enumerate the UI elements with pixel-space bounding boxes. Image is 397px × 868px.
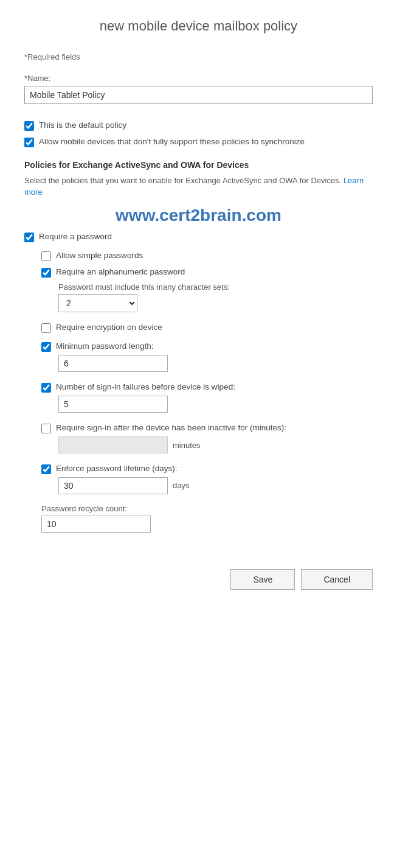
require-sign-in-checkbox[interactable]: [41, 424, 51, 433]
page-title: new mobile device mailbox policy: [24, 18, 373, 34]
min-length-row: Minimum password length:: [41, 341, 373, 352]
require-sign-in-input-group: minutes: [41, 436, 201, 453]
enforce-lifetime-checkbox[interactable]: [41, 464, 51, 474]
recycle-count-label: Password recycle count:: [41, 504, 373, 513]
sign-in-failures-input[interactable]: [58, 396, 168, 413]
watermark: www.cert2brain.com: [24, 206, 373, 225]
sign-in-failures-label[interactable]: Number of sign-in failures before device…: [56, 382, 235, 393]
save-button[interactable]: Save: [230, 569, 295, 590]
char-sets-select[interactable]: 1 2 3 4: [58, 294, 137, 312]
allow-simple-checkbox[interactable]: [41, 251, 51, 261]
char-sets-group: Password must include this many characte…: [41, 282, 373, 312]
policies-section-heading-area: Policies for Exchange ActiveSync and OWA…: [24, 160, 373, 198]
allow-unsupported-row: Allow mobile devices that don't fully su…: [24, 136, 373, 148]
sign-in-failures-input-group: [41, 396, 373, 413]
password-sub-options: Allow simple passwords Require an alphan…: [24, 250, 373, 533]
require-sign-in-row: Require sign-in after the device has bee…: [41, 422, 373, 434]
name-input[interactable]: [24, 86, 373, 104]
min-length-input-group: [41, 355, 373, 372]
policies-section-heading: Policies for Exchange ActiveSync and OWA…: [24, 160, 373, 170]
policies-section-description: Select the policies that you want to ena…: [24, 175, 373, 198]
require-alphanumeric-label[interactable]: Require an alphanumeric password: [56, 267, 185, 278]
require-password-row: Require a password: [24, 231, 373, 243]
recycle-count-group: Password recycle count:: [41, 504, 373, 533]
cancel-button[interactable]: Cancel: [301, 569, 373, 590]
allow-simple-label[interactable]: Allow simple passwords: [56, 250, 143, 262]
sign-in-failures-row: Number of sign-in failures before device…: [41, 382, 373, 393]
require-alphanumeric-row: Require an alphanumeric password: [41, 267, 373, 278]
default-policy-checkbox[interactable]: [24, 121, 34, 131]
enforce-lifetime-input-group: days: [41, 477, 189, 494]
min-length-checkbox[interactable]: [41, 342, 51, 352]
require-password-checkbox[interactable]: [24, 233, 34, 242]
require-encryption-checkbox[interactable]: [41, 323, 51, 333]
require-encryption-label[interactable]: Require encryption on device: [56, 322, 162, 334]
name-field-group: *Name:: [24, 74, 373, 111]
sign-in-inactive-input: [58, 436, 168, 453]
require-encryption-row: Require encryption on device: [41, 322, 373, 334]
default-policy-row: This is the default policy: [24, 120, 373, 131]
enforce-lifetime-input[interactable]: [58, 477, 168, 494]
policies-section: Require a password Allow simple password…: [24, 231, 373, 533]
require-sign-in-label[interactable]: Require sign-in after the device has bee…: [56, 422, 286, 434]
required-fields-label: *Required fields: [24, 52, 373, 61]
allow-simple-row: Allow simple passwords: [41, 250, 373, 262]
min-length-input[interactable]: [58, 355, 168, 372]
allow-unsupported-checkbox[interactable]: [24, 138, 34, 147]
enforce-lifetime-label[interactable]: Enforce password lifetime (days):: [56, 463, 178, 475]
default-policy-label[interactable]: This is the default policy: [39, 120, 126, 131]
char-sets-label: Password must include this many characte…: [58, 282, 373, 292]
name-label: *Name:: [24, 74, 373, 83]
description-text: Select the policies that you want to ena…: [24, 176, 341, 185]
recycle-count-input[interactable]: [41, 516, 151, 533]
days-unit-label: days: [173, 481, 189, 490]
footer-buttons: Save Cancel: [24, 557, 373, 590]
page-container: new mobile device mailbox policy *Requir…: [0, 0, 397, 868]
minutes-unit-label: minutes: [173, 441, 201, 450]
sign-in-failures-checkbox[interactable]: [41, 383, 51, 393]
allow-unsupported-label[interactable]: Allow mobile devices that don't fully su…: [39, 136, 305, 148]
require-alphanumeric-checkbox[interactable]: [41, 268, 51, 278]
min-length-label[interactable]: Minimum password length:: [56, 341, 154, 352]
require-password-label[interactable]: Require a password: [39, 231, 112, 243]
enforce-lifetime-row: Enforce password lifetime (days):: [41, 463, 373, 475]
